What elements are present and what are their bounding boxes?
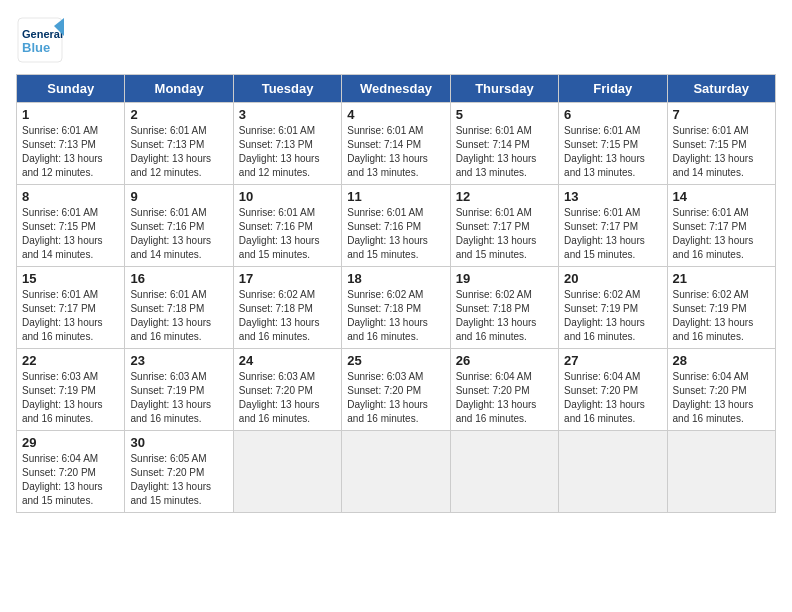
- weekday-header-row: SundayMondayTuesdayWednesdayThursdayFrid…: [17, 75, 776, 103]
- day-info: Sunrise: 6:01 AM Sunset: 7:13 PM Dayligh…: [130, 124, 227, 180]
- day-info: Sunrise: 6:01 AM Sunset: 7:14 PM Dayligh…: [456, 124, 553, 180]
- day-number: 19: [456, 271, 553, 286]
- day-info: Sunrise: 6:02 AM Sunset: 7:18 PM Dayligh…: [347, 288, 444, 344]
- calendar-cell: 12 Sunrise: 6:01 AM Sunset: 7:17 PM Dayl…: [450, 185, 558, 267]
- calendar-cell: 5 Sunrise: 6:01 AM Sunset: 7:14 PM Dayli…: [450, 103, 558, 185]
- day-info: Sunrise: 6:04 AM Sunset: 7:20 PM Dayligh…: [564, 370, 661, 426]
- calendar-cell: 13 Sunrise: 6:01 AM Sunset: 7:17 PM Dayl…: [559, 185, 667, 267]
- calendar-cell: 14 Sunrise: 6:01 AM Sunset: 7:17 PM Dayl…: [667, 185, 775, 267]
- calendar-cell: 28 Sunrise: 6:04 AM Sunset: 7:20 PM Dayl…: [667, 349, 775, 431]
- weekday-header-saturday: Saturday: [667, 75, 775, 103]
- calendar-cell: [233, 431, 341, 513]
- day-info: Sunrise: 6:02 AM Sunset: 7:19 PM Dayligh…: [673, 288, 770, 344]
- day-number: 13: [564, 189, 661, 204]
- day-number: 25: [347, 353, 444, 368]
- day-info: Sunrise: 6:03 AM Sunset: 7:20 PM Dayligh…: [239, 370, 336, 426]
- day-info: Sunrise: 6:01 AM Sunset: 7:18 PM Dayligh…: [130, 288, 227, 344]
- day-number: 17: [239, 271, 336, 286]
- calendar-week-3: 15 Sunrise: 6:01 AM Sunset: 7:17 PM Dayl…: [17, 267, 776, 349]
- calendar-cell: 25 Sunrise: 6:03 AM Sunset: 7:20 PM Dayl…: [342, 349, 450, 431]
- weekday-header-friday: Friday: [559, 75, 667, 103]
- calendar-cell: 6 Sunrise: 6:01 AM Sunset: 7:15 PM Dayli…: [559, 103, 667, 185]
- svg-text:Blue: Blue: [22, 40, 50, 55]
- calendar-body: 1 Sunrise: 6:01 AM Sunset: 7:13 PM Dayli…: [17, 103, 776, 513]
- svg-text:General: General: [22, 28, 63, 40]
- day-info: Sunrise: 6:04 AM Sunset: 7:20 PM Dayligh…: [22, 452, 119, 508]
- calendar-cell: 21 Sunrise: 6:02 AM Sunset: 7:19 PM Dayl…: [667, 267, 775, 349]
- day-info: Sunrise: 6:01 AM Sunset: 7:15 PM Dayligh…: [564, 124, 661, 180]
- calendar-cell: 10 Sunrise: 6:01 AM Sunset: 7:16 PM Dayl…: [233, 185, 341, 267]
- day-number: 6: [564, 107, 661, 122]
- day-number: 1: [22, 107, 119, 122]
- calendar-cell: 29 Sunrise: 6:04 AM Sunset: 7:20 PM Dayl…: [17, 431, 125, 513]
- calendar-cell: 11 Sunrise: 6:01 AM Sunset: 7:16 PM Dayl…: [342, 185, 450, 267]
- weekday-header-thursday: Thursday: [450, 75, 558, 103]
- day-number: 24: [239, 353, 336, 368]
- calendar-cell: 7 Sunrise: 6:01 AM Sunset: 7:15 PM Dayli…: [667, 103, 775, 185]
- calendar-cell: [342, 431, 450, 513]
- calendar-cell: 20 Sunrise: 6:02 AM Sunset: 7:19 PM Dayl…: [559, 267, 667, 349]
- calendar-week-5: 29 Sunrise: 6:04 AM Sunset: 7:20 PM Dayl…: [17, 431, 776, 513]
- calendar-header: SundayMondayTuesdayWednesdayThursdayFrid…: [17, 75, 776, 103]
- calendar-week-2: 8 Sunrise: 6:01 AM Sunset: 7:15 PM Dayli…: [17, 185, 776, 267]
- day-number: 8: [22, 189, 119, 204]
- day-number: 23: [130, 353, 227, 368]
- day-info: Sunrise: 6:01 AM Sunset: 7:17 PM Dayligh…: [22, 288, 119, 344]
- day-info: Sunrise: 6:02 AM Sunset: 7:19 PM Dayligh…: [564, 288, 661, 344]
- day-info: Sunrise: 6:02 AM Sunset: 7:18 PM Dayligh…: [456, 288, 553, 344]
- day-info: Sunrise: 6:01 AM Sunset: 7:17 PM Dayligh…: [456, 206, 553, 262]
- day-info: Sunrise: 6:01 AM Sunset: 7:15 PM Dayligh…: [673, 124, 770, 180]
- day-info: Sunrise: 6:01 AM Sunset: 7:17 PM Dayligh…: [673, 206, 770, 262]
- calendar-cell: 1 Sunrise: 6:01 AM Sunset: 7:13 PM Dayli…: [17, 103, 125, 185]
- day-info: Sunrise: 6:01 AM Sunset: 7:13 PM Dayligh…: [239, 124, 336, 180]
- day-number: 18: [347, 271, 444, 286]
- day-info: Sunrise: 6:05 AM Sunset: 7:20 PM Dayligh…: [130, 452, 227, 508]
- calendar-cell: 26 Sunrise: 6:04 AM Sunset: 7:20 PM Dayl…: [450, 349, 558, 431]
- day-number: 10: [239, 189, 336, 204]
- day-info: Sunrise: 6:04 AM Sunset: 7:20 PM Dayligh…: [673, 370, 770, 426]
- calendar-cell: 2 Sunrise: 6:01 AM Sunset: 7:13 PM Dayli…: [125, 103, 233, 185]
- calendar-week-1: 1 Sunrise: 6:01 AM Sunset: 7:13 PM Dayli…: [17, 103, 776, 185]
- calendar-cell: [559, 431, 667, 513]
- day-number: 11: [347, 189, 444, 204]
- calendar-week-4: 22 Sunrise: 6:03 AM Sunset: 7:19 PM Dayl…: [17, 349, 776, 431]
- day-number: 21: [673, 271, 770, 286]
- day-number: 27: [564, 353, 661, 368]
- day-number: 4: [347, 107, 444, 122]
- day-info: Sunrise: 6:02 AM Sunset: 7:18 PM Dayligh…: [239, 288, 336, 344]
- day-number: 30: [130, 435, 227, 450]
- weekday-header-tuesday: Tuesday: [233, 75, 341, 103]
- day-number: 22: [22, 353, 119, 368]
- calendar-cell: 4 Sunrise: 6:01 AM Sunset: 7:14 PM Dayli…: [342, 103, 450, 185]
- calendar-cell: 22 Sunrise: 6:03 AM Sunset: 7:19 PM Dayl…: [17, 349, 125, 431]
- day-number: 16: [130, 271, 227, 286]
- calendar-cell: 15 Sunrise: 6:01 AM Sunset: 7:17 PM Dayl…: [17, 267, 125, 349]
- header: General Blue: [16, 16, 776, 64]
- day-info: Sunrise: 6:01 AM Sunset: 7:13 PM Dayligh…: [22, 124, 119, 180]
- day-number: 20: [564, 271, 661, 286]
- calendar-cell: 17 Sunrise: 6:02 AM Sunset: 7:18 PM Dayl…: [233, 267, 341, 349]
- logo: General Blue: [16, 16, 64, 64]
- calendar-cell: 3 Sunrise: 6:01 AM Sunset: 7:13 PM Dayli…: [233, 103, 341, 185]
- day-info: Sunrise: 6:03 AM Sunset: 7:20 PM Dayligh…: [347, 370, 444, 426]
- day-info: Sunrise: 6:01 AM Sunset: 7:15 PM Dayligh…: [22, 206, 119, 262]
- calendar-cell: 23 Sunrise: 6:03 AM Sunset: 7:19 PM Dayl…: [125, 349, 233, 431]
- weekday-header-sunday: Sunday: [17, 75, 125, 103]
- calendar-cell: 8 Sunrise: 6:01 AM Sunset: 7:15 PM Dayli…: [17, 185, 125, 267]
- day-number: 7: [673, 107, 770, 122]
- day-info: Sunrise: 6:03 AM Sunset: 7:19 PM Dayligh…: [130, 370, 227, 426]
- day-info: Sunrise: 6:01 AM Sunset: 7:17 PM Dayligh…: [564, 206, 661, 262]
- calendar-cell: 24 Sunrise: 6:03 AM Sunset: 7:20 PM Dayl…: [233, 349, 341, 431]
- day-number: 5: [456, 107, 553, 122]
- day-number: 3: [239, 107, 336, 122]
- day-info: Sunrise: 6:01 AM Sunset: 7:16 PM Dayligh…: [239, 206, 336, 262]
- calendar-cell: 30 Sunrise: 6:05 AM Sunset: 7:20 PM Dayl…: [125, 431, 233, 513]
- calendar-cell: 27 Sunrise: 6:04 AM Sunset: 7:20 PM Dayl…: [559, 349, 667, 431]
- calendar-cell: [667, 431, 775, 513]
- day-info: Sunrise: 6:01 AM Sunset: 7:14 PM Dayligh…: [347, 124, 444, 180]
- day-number: 9: [130, 189, 227, 204]
- calendar-cell: 19 Sunrise: 6:02 AM Sunset: 7:18 PM Dayl…: [450, 267, 558, 349]
- day-number: 29: [22, 435, 119, 450]
- day-number: 14: [673, 189, 770, 204]
- day-info: Sunrise: 6:04 AM Sunset: 7:20 PM Dayligh…: [456, 370, 553, 426]
